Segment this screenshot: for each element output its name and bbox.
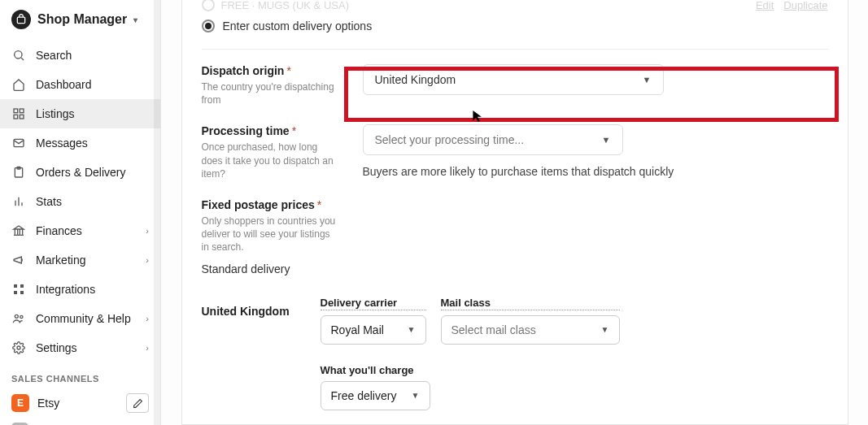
- chevron-down-icon: ▼: [601, 325, 609, 334]
- sidebar-item-orders[interactable]: Orders & Delivery: [0, 158, 160, 187]
- processing-time-placeholder: Select your processing time...: [375, 133, 525, 146]
- standard-delivery-label: Standard delivery: [202, 262, 340, 275]
- sidebar-item-label: Integrations: [36, 283, 95, 296]
- search-icon: [11, 48, 26, 63]
- sidebar-item-label: Finances: [36, 224, 82, 237]
- svg-marker-13: [14, 226, 24, 229]
- previous-option-row: FREE · MUGS (UK & USA) Edit Duplicate: [202, 0, 828, 15]
- svg-point-23: [15, 314, 18, 318]
- svg-rect-5: [14, 115, 18, 119]
- processing-time-note: Buyers are more likely to purchase items…: [363, 163, 828, 180]
- shop-manager-menu[interactable]: Shop Manager ▾: [0, 0, 160, 41]
- required-icon: *: [317, 198, 321, 211]
- svg-rect-3: [14, 109, 18, 113]
- radio-label: Enter custom delivery options: [223, 20, 373, 33]
- main-content: FREE · MUGS (UK & USA) Edit Duplicate En…: [161, 0, 868, 425]
- dispatch-origin-value: United Kingdom: [375, 73, 456, 86]
- radio-selected-icon: [202, 20, 215, 33]
- dispatch-origin-help: The country you're dispatching from: [202, 80, 340, 106]
- sidebar-item-label: Settings: [36, 341, 77, 354]
- etsy-badge-icon: E: [11, 394, 29, 412]
- sidebar-item-listings[interactable]: Listings: [0, 99, 160, 128]
- sidebar-item-community[interactable]: Community & Help ›: [0, 304, 160, 333]
- svg-rect-20: [20, 284, 24, 288]
- gear-icon: [11, 340, 26, 355]
- home-icon: [11, 77, 26, 92]
- pencil-icon: [133, 398, 143, 409]
- charge-column-head: What you'll charge: [321, 364, 828, 376]
- sidebar-item-label: Messages: [36, 137, 88, 150]
- apps-icon: [11, 282, 26, 297]
- sidebar-item-label: Stats: [36, 195, 62, 208]
- svg-rect-19: [14, 284, 17, 288]
- svg-rect-0: [17, 17, 24, 24]
- carrier-select[interactable]: Royal Mail ▼: [321, 315, 426, 345]
- cursor-icon: [472, 109, 483, 124]
- divider: [202, 49, 828, 50]
- primary-nav: Search Dashboard Listings Messages Order…: [0, 41, 160, 362]
- required-icon: *: [292, 124, 296, 137]
- dispatch-origin-field: Dispatch origin* The country you're disp…: [202, 64, 828, 106]
- chart-icon: [11, 194, 26, 209]
- scrollbar[interactable]: [154, 0, 160, 425]
- chevron-down-icon: ▼: [408, 325, 416, 334]
- channel-label: Etsy: [37, 397, 59, 410]
- chevron-right-icon: ›: [146, 314, 149, 323]
- sidebar-item-label: Orders & Delivery: [36, 166, 125, 179]
- custom-delivery-radio-row[interactable]: Enter custom delivery options: [202, 15, 828, 37]
- sidebar-item-stats[interactable]: Stats: [0, 187, 160, 216]
- edit-channel-button[interactable]: [126, 393, 149, 413]
- processing-time-select[interactable]: Select your processing time... ▼: [363, 124, 623, 155]
- chevron-right-icon: ›: [146, 255, 149, 265]
- dispatch-origin-title: Dispatch origin: [202, 64, 285, 77]
- sidebar-item-search[interactable]: Search: [0, 41, 160, 70]
- carrier-value: Royal Mail: [331, 323, 384, 336]
- sidebar-item-messages[interactable]: Messages: [0, 128, 160, 158]
- grid-icon: [11, 106, 26, 121]
- sales-channels-heading: SALES CHANNELS: [0, 362, 160, 388]
- sidebar-item-label: Listings: [36, 107, 74, 120]
- obscured-label: FREE · MUGS (UK & USA): [221, 0, 349, 11]
- sidebar-item-integrations[interactable]: Integrations: [0, 275, 160, 304]
- sidebar-item-finances[interactable]: Finances ›: [0, 216, 160, 245]
- sidebar-item-label: Dashboard: [36, 78, 92, 91]
- sidebar-item-settings[interactable]: Settings ›: [0, 333, 160, 362]
- charge-value: Free delivery: [331, 389, 397, 402]
- carrier-column-head: Delivery carrier: [321, 297, 426, 310]
- sidebar-item-marketing[interactable]: Marketing ›: [0, 245, 160, 275]
- bank-icon: [11, 223, 26, 238]
- duplicate-link[interactable]: Duplicate: [783, 0, 827, 11]
- channel-etsy[interactable]: E Etsy: [0, 388, 160, 418]
- chevron-right-icon: ›: [146, 226, 149, 236]
- charge-select[interactable]: Free delivery ▼: [321, 381, 430, 410]
- sidebar: Shop Manager ▾ Search Dashboard Listings…: [0, 0, 161, 425]
- region-label: United Kingdom: [202, 297, 308, 318]
- chevron-down-icon: ▾: [133, 15, 137, 24]
- svg-point-25: [17, 346, 20, 349]
- fixed-postage-help: Only shoppers in countries you deliver t…: [202, 215, 340, 254]
- dispatch-origin-select[interactable]: United Kingdom ▼: [363, 64, 664, 95]
- processing-time-help: Once purchased, how long does it take yo…: [202, 141, 340, 180]
- sidebar-item-label: Marketing: [36, 254, 85, 267]
- svg-point-1: [15, 51, 22, 59]
- processing-time-field: Processing time* Once purchased, how lon…: [202, 124, 828, 180]
- required-icon: *: [286, 64, 290, 77]
- people-icon: [11, 311, 26, 326]
- mail-class-select[interactable]: Select mail class ▼: [441, 315, 620, 345]
- sidebar-item-label: Search: [36, 49, 72, 62]
- mail-class-placeholder: Select mail class: [451, 323, 536, 336]
- radio-icon[interactable]: [202, 0, 215, 11]
- clipboard-icon: [11, 165, 26, 180]
- svg-rect-22: [20, 291, 24, 294]
- svg-rect-21: [14, 291, 17, 294]
- delivery-table-row: United Kingdom Delivery carrier Royal Ma…: [202, 297, 828, 410]
- sidebar-item-label: Community & Help: [36, 312, 131, 325]
- shop-manager-title: Shop Manager: [37, 12, 127, 27]
- fixed-postage-title: Fixed postage prices: [202, 198, 315, 211]
- edit-link[interactable]: Edit: [756, 0, 774, 11]
- chevron-right-icon: ›: [146, 343, 149, 353]
- megaphone-icon: [11, 253, 26, 267]
- delivery-panel: FREE · MUGS (UK & USA) Edit Duplicate En…: [181, 0, 848, 425]
- sidebar-item-dashboard[interactable]: Dashboard: [0, 70, 160, 99]
- channel-pattern[interactable]: P Want your own website? Learn more abou…: [0, 418, 160, 425]
